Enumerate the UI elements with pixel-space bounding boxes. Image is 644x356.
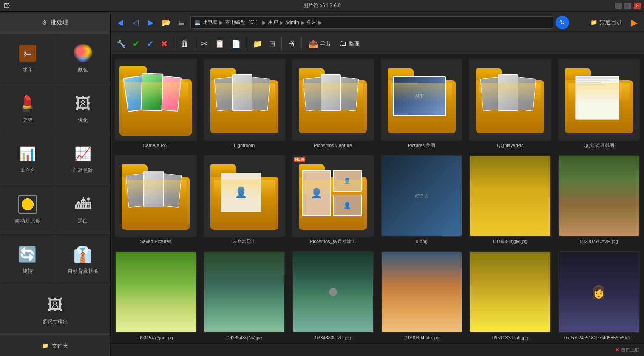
sidebar-item-watermark[interactable]: 🏷 水印 (0, 33, 55, 83)
tool-trash-button[interactable]: 🗑 (178, 36, 191, 51)
x-red-icon: ✖ (161, 39, 168, 49)
nav-back2-button[interactable]: ◁ (129, 16, 142, 29)
image-0-png-thumb: APP UI (381, 155, 463, 237)
tool-export-button[interactable]: 📤 导出 (305, 37, 334, 50)
folder-pictures-meitu[interactable]: APP Pictures 美图 (381, 59, 463, 148)
toolbar: 🔧 ✔ ✔ ✖ 🗑 ✂ 📋 📄 (111, 33, 644, 54)
paste-icon: 📄 (231, 39, 241, 48)
minimize-button[interactable]: ─ (615, 3, 622, 9)
sidebar-item-autocolors[interactable]: 📈 自动色阶 (55, 134, 110, 184)
image-09015473-thumb (115, 251, 197, 333)
image-0-png[interactable]: APP UI 0.png (381, 155, 463, 245)
nav-path-bar[interactable]: 💻 此电脑 ▶ 本地磁盘（C:） ▶ 用户 ▶ admin ▶ 图片 ▶ (190, 16, 553, 29)
nav-folder-button[interactable]: 📂 (160, 16, 173, 29)
nav-view-button[interactable]: ▤ (175, 16, 188, 29)
sidebar-item-rotate[interactable]: 🔄 旋转 (0, 235, 55, 285)
sidebar-optimize-label: 优化 (78, 117, 88, 124)
sidebar-title: 批处理 (51, 19, 68, 26)
window-controls: ─ □ ✕ (615, 3, 641, 9)
folder-unnamed-export-thumb: 👤 (204, 155, 286, 237)
sidebar-item-blackwhite[interactable]: 🏙 黑白 (55, 184, 110, 235)
path-computer-icon: 💻 (194, 20, 201, 25)
close-button[interactable]: ✕ (634, 3, 641, 9)
folder-saved-pictures[interactable]: Saved Pictures (115, 155, 197, 245)
image-0af6eb24-name: 0af6eb24c5182e7f405855fc5fcf... (564, 335, 633, 341)
window-logo: 🖼 (3, 2, 10, 10)
sidebar-item-optimize[interactable]: 🖼 优化 (55, 84, 110, 134)
image-0816596-thumb (469, 155, 551, 237)
export-icon: 📤 (309, 39, 318, 48)
sidebar-footer-folder[interactable]: 📁 文件夹 (0, 335, 110, 356)
path-part-computer: 此电脑 (202, 19, 218, 26)
folder-picosmos-multisize[interactable]: NEW 👤 👤 👤 Picosm (292, 155, 374, 245)
content-area[interactable]: Camera Roll Lightroom (111, 54, 644, 343)
folder-saved-pictures-name: Saved Pictures (140, 238, 171, 244)
tool-folder-button[interactable]: 📁 (250, 36, 265, 51)
image-09015473[interactable]: 09015473jon.jpg (115, 251, 197, 341)
folder-picosmos-capture[interactable]: Picosmos Capture (292, 59, 374, 148)
maximize-button[interactable]: □ (624, 3, 631, 9)
image-0951033[interactable]: 0951033Jpph.jpg (469, 251, 551, 341)
status-logo: ✕ 自由互联 (615, 347, 640, 353)
tool-check-blue-button[interactable]: ✔ (144, 36, 156, 51)
tool-copy-button[interactable]: 📋 (213, 36, 227, 51)
image-0816596[interactable]: 0816596tjgM.jpg (469, 155, 551, 245)
back-arrow-icon: ◀ (117, 18, 123, 27)
sidebar-item-autobg[interactable]: 👔 自动背景替换 (55, 235, 110, 285)
nav-right-arrow[interactable]: ▶ (628, 16, 641, 29)
refresh-button[interactable]: ↻ (556, 16, 569, 29)
nav-forward-button[interactable]: ▶ (145, 16, 157, 29)
image-0934380[interactable]: 0934380lCzU.jpg (292, 251, 374, 341)
image-0928548[interactable]: 0928548sjNV.jpg (204, 251, 286, 341)
tool-paste-button[interactable]: 📄 (229, 36, 243, 51)
tool-grid-button[interactable]: ⊞ (267, 36, 278, 51)
folder-qqplayerpic[interactable]: QQplayerPic (469, 59, 551, 148)
folder-unnamed-export[interactable]: 👤 未命名导出 (204, 155, 286, 245)
sidebar-rotate-label: 旋转 (23, 268, 33, 275)
path-sep-5: ▶ (318, 20, 322, 25)
folder-picosmos-capture-name: Picosmos Capture (314, 142, 352, 148)
folder-qqplayerpic-thumb (469, 59, 551, 141)
folder-unnamed-export-name: 未命名导出 (233, 238, 256, 244)
tool-check-green-button[interactable]: ✔ (130, 36, 142, 51)
sidebar-item-beauty[interactable]: 💄 美容 (0, 84, 55, 134)
tool-organize-button[interactable]: 🗂 整理 (336, 37, 363, 50)
watermark-icon: 🏷 (17, 42, 38, 64)
folder-qq-screenshot[interactable]: QQ浏览器截图 (558, 59, 640, 148)
content-grid: Camera Roll Lightroom (115, 59, 640, 343)
image-09390304[interactable]: 09390304Jdu.jpg (381, 251, 463, 341)
sidebar-item-autocontrast[interactable]: 自动对比度 (0, 184, 55, 235)
image-09390304-name: 09390304Jdu.jpg (404, 335, 440, 341)
title-bar: 🖼 图片馆 x64 2.6.0 ─ □ ✕ (0, 0, 644, 12)
image-0928548-name: 0928548sjNV.jpg (227, 335, 262, 341)
copy-icon: 📋 (215, 39, 224, 48)
image-0823077[interactable]: 0823077CAVE.jpg (558, 155, 640, 245)
tool-printer-button[interactable]: 🖨 (285, 36, 298, 51)
sidebar-item-rename[interactable]: 📊 重命名 (0, 134, 55, 184)
sidebar-item-multisize[interactable]: 🖼 多尺寸输出 (0, 285, 110, 335)
tool-scissors-button[interactable]: ✂ (199, 36, 211, 51)
refresh-icon: ↻ (560, 19, 565, 26)
sidebar-blackwhite-label: 黑白 (78, 218, 88, 225)
sidebar-color-label: 颜色 (78, 66, 88, 73)
organize-label: 整理 (349, 40, 360, 48)
trash-icon: 🗑 (180, 39, 189, 48)
rotate-icon: 🔄 (17, 244, 38, 265)
nav-back-button[interactable]: ◀ (114, 16, 127, 29)
sidebar-rename-label: 重命名 (20, 167, 35, 174)
folder-lightroom[interactable]: Lightroom (204, 59, 286, 148)
sidebar-autocolors-label: 自动色阶 (73, 167, 93, 174)
tool-x-red-button[interactable]: ✖ (158, 36, 170, 51)
image-0934380-thumb (292, 251, 374, 333)
organize-icon: 🗂 (339, 39, 347, 48)
sidebar-header: ⚙ 批处理 (0, 12, 110, 33)
autocolors-icon: 📈 (72, 143, 94, 164)
folder-qqplayerpic-name: QQplayerPic (497, 142, 523, 148)
folder-camera-roll[interactable]: Camera Roll (115, 59, 197, 148)
chuantou-button[interactable]: 📁 穿透目录 (587, 17, 625, 28)
image-0af6eb24[interactable]: 👩 0af6eb24c5182e7f405855fc5fcf... (558, 251, 640, 341)
sidebar-item-color[interactable]: 颜色 (55, 33, 110, 83)
folder-qq-screenshot-thumb (558, 59, 640, 141)
path-sep-1: ▶ (219, 20, 223, 25)
tool-wrench-button[interactable]: 🔧 (114, 36, 128, 51)
